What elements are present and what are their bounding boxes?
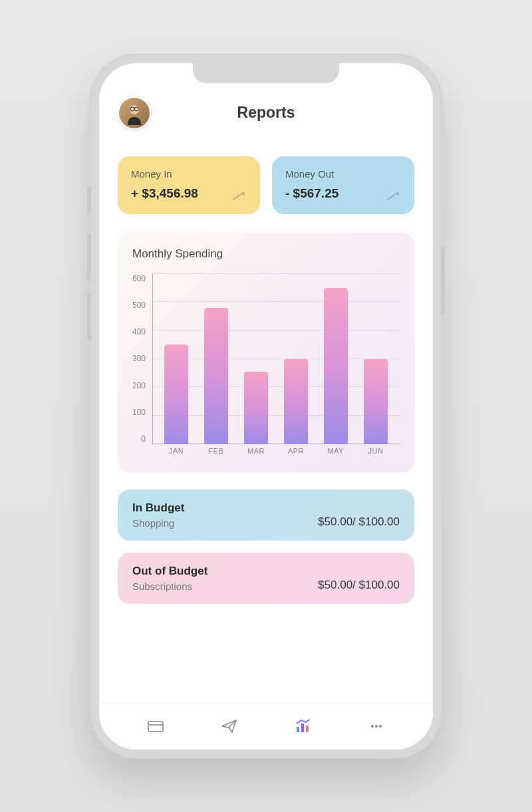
money-out-label: Money Out: [285, 168, 401, 180]
x-tick: FEB: [204, 447, 228, 460]
nav-reports-icon[interactable]: [289, 713, 316, 740]
power-button: [441, 247, 445, 313]
money-out-card[interactable]: Money Out - $567.25: [272, 156, 414, 214]
side-button: [87, 187, 91, 213]
x-tick: MAY: [324, 447, 348, 460]
bar[interactable]: [324, 288, 348, 444]
avatar[interactable]: [118, 96, 151, 130]
in-budget-amount: $50.00/ $100.00: [318, 515, 400, 529]
money-in-card[interactable]: Money In + $3,456.98: [118, 156, 260, 214]
nav-send-icon[interactable]: [216, 713, 243, 740]
bottom-nav: [99, 703, 433, 749]
money-in-label: Money In: [131, 168, 247, 180]
out-budget-card[interactable]: Out of Budget Subscriptions $50.00/ $100…: [118, 553, 414, 604]
in-budget-title: In Budget: [132, 501, 184, 515]
stats-row: Money In + $3,456.98 Money Out - $567.25: [118, 156, 414, 214]
x-tick: MAR: [244, 447, 268, 460]
plot-area: JANFEBMARAPRMAYJUN: [152, 274, 400, 460]
bar[interactable]: [164, 344, 188, 444]
bar[interactable]: [284, 359, 308, 444]
page-title: Reports: [237, 104, 295, 122]
notch: [193, 63, 339, 83]
svg-point-11: [379, 725, 382, 728]
bar[interactable]: [204, 308, 228, 444]
x-axis-labels: JANFEBMARAPRMAYJUN: [152, 447, 400, 460]
out-budget-category: Subscriptions: [132, 581, 207, 592]
y-tick: 300: [132, 354, 146, 363]
notification-dot: [144, 96, 151, 103]
svg-point-10: [375, 725, 378, 728]
x-tick: JUN: [364, 447, 388, 460]
money-out-value: - $567.25: [285, 186, 401, 201]
y-tick: 100: [132, 408, 146, 417]
y-axis: 6005004003002001000: [132, 274, 152, 460]
y-tick: 0: [141, 434, 146, 444]
phone-frame: Reports Money In + $3,456.98 Money Out -…: [90, 54, 442, 759]
x-tick: JAN: [164, 447, 188, 460]
nav-more-icon[interactable]: [363, 713, 390, 740]
phone-screen: Reports Money In + $3,456.98 Money Out -…: [99, 63, 433, 749]
chart-icon: [293, 717, 312, 736]
out-budget-amount: $50.00/ $100.00: [318, 579, 400, 592]
y-tick: 600: [132, 274, 146, 283]
y-tick: 400: [132, 327, 146, 337]
svg-rect-6: [297, 727, 299, 732]
trend-up-icon: [232, 192, 247, 201]
header: Reports: [118, 96, 414, 130]
svg-point-9: [371, 725, 374, 728]
paper-plane-icon: [220, 717, 239, 736]
volume-down-button: [87, 293, 91, 340]
more-icon: [367, 717, 386, 736]
chart-title: Monthly Spending: [132, 247, 400, 261]
in-budget-category: Shopping: [132, 517, 184, 529]
money-in-value: + $3,456.98: [131, 186, 247, 201]
x-tick: APR: [284, 447, 308, 460]
trend-up-icon: [386, 192, 401, 201]
out-budget-title: Out of Budget: [132, 565, 207, 578]
svg-rect-3: [148, 722, 163, 732]
volume-up-button: [87, 233, 91, 280]
chart-body: 6005004003002001000 JANFEBMARAPRMAYJUN: [132, 274, 400, 460]
svg-rect-8: [306, 726, 309, 732]
y-tick: 500: [132, 301, 146, 310]
chart-card: Monthly Spending 6005004003002001000 JAN…: [118, 233, 414, 472]
svg-rect-7: [301, 724, 304, 732]
avatar-icon: [122, 101, 146, 125]
bar[interactable]: [244, 372, 268, 444]
bar[interactable]: [364, 359, 388, 444]
in-budget-card[interactable]: In Budget Shopping $50.00/ $100.00: [118, 489, 414, 541]
credit-card-icon: [146, 717, 165, 736]
y-tick: 200: [132, 381, 146, 390]
nav-card-icon[interactable]: [142, 713, 169, 740]
bars: [152, 274, 400, 444]
